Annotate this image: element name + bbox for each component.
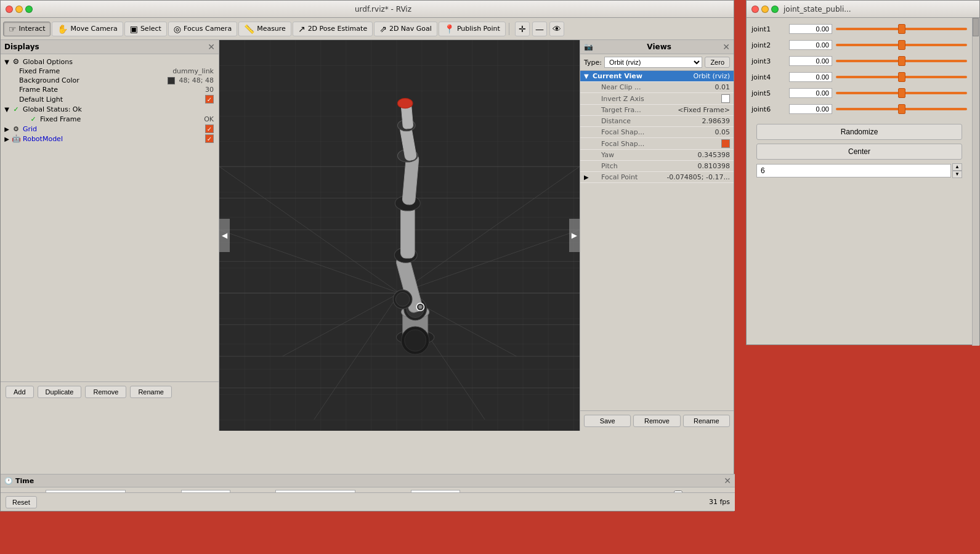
default-light-checkbox[interactable]: ✓ <box>205 95 214 104</box>
num-joints-spinner[interactable]: ▲ ▼ <box>952 163 962 178</box>
time-close-button[interactable]: ✕ <box>724 476 731 486</box>
crosshair-button[interactable]: ✛ <box>515 22 530 36</box>
remove-display-button[interactable]: Remove <box>85 386 126 398</box>
joint5-track <box>836 92 967 94</box>
robot-model-item[interactable]: ▶ 🤖 RobotModel ✓ <box>1 134 219 144</box>
joint6-slider[interactable] <box>836 103 967 115</box>
global-options-expand[interactable]: ▼ <box>3 58 10 65</box>
center-button[interactable]: Center <box>756 144 962 160</box>
interact-button[interactable]: ☞ Interact <box>3 22 51 36</box>
reset-button[interactable]: Reset <box>6 496 37 508</box>
joint5-thumb[interactable] <box>898 88 905 98</box>
displays-panel-header: Displays ✕ <box>1 40 219 54</box>
invert-z-checkbox[interactable] <box>721 94 730 103</box>
rename-display-button[interactable]: Rename <box>130 386 172 398</box>
focal-shape-size-row[interactable]: Focal Shap... 0.05 <box>580 127 734 138</box>
joint6-input[interactable] <box>789 104 832 114</box>
robot-model-checkbox[interactable]: ✓ <box>205 134 214 143</box>
joint-max-button[interactable] <box>771 6 779 13</box>
viewport-arrow-left[interactable]: ◀ <box>219 219 230 252</box>
joint3-input[interactable] <box>789 56 832 66</box>
joint3-thumb[interactable] <box>898 56 905 66</box>
background-color-item[interactable]: Background Color 48; 48; 48 <box>1 76 219 85</box>
default-light-item[interactable]: Default Light ✓ <box>1 94 219 104</box>
current-view-row[interactable]: ▼ Current View Orbit (rviz) <box>580 71 734 82</box>
yaw-row[interactable]: Yaw 0.345398 <box>580 150 734 161</box>
joint5-slider[interactable] <box>836 87 967 99</box>
joint4-thumb[interactable] <box>898 72 905 82</box>
displays-tree[interactable]: ▼ ⚙ Global Options Fixed Frame dummy_lin… <box>1 54 219 381</box>
measure-icon: 📏 <box>244 24 254 34</box>
joint1-input[interactable] <box>789 24 832 34</box>
joint2-slider[interactable] <box>836 39 967 51</box>
robot-model-expand[interactable]: ▶ <box>3 135 10 142</box>
gs-fixed-check-icon: ✓ <box>29 115 38 123</box>
global-status-item[interactable]: ▼ ✓ Global Status: Ok <box>1 104 219 114</box>
move-camera-button[interactable]: ✋ Move Camera <box>52 22 123 36</box>
publish-point-button[interactable]: 📍 Publish Point <box>439 22 506 36</box>
svg-rect-1 <box>219 40 580 431</box>
joint5-input[interactable] <box>789 88 832 98</box>
joint2-input[interactable] <box>789 40 832 50</box>
near-clip-row[interactable]: Near Clip ... 0.01 <box>580 82 734 93</box>
global-status-expand[interactable]: ▼ <box>3 105 10 113</box>
views-panel-header: 📷 Views ✕ <box>580 40 734 54</box>
joint-close-button[interactable] <box>751 6 759 13</box>
joint3-slider[interactable] <box>836 55 967 67</box>
focus-camera-button[interactable]: ◎ Focus Camera <box>168 22 237 36</box>
global-status-fixed-frame-item[interactable]: ✓ Fixed Frame OK <box>1 114 219 124</box>
focal-point-expand[interactable]: ▶ <box>584 174 593 181</box>
views-rename-button[interactable]: Rename <box>683 415 730 427</box>
joint1-thumb[interactable] <box>898 24 905 34</box>
focal-shape-fixed-checkbox[interactable] <box>721 139 730 148</box>
near-clip-label: Near Clip ... <box>593 83 715 91</box>
displays-close-button[interactable]: ✕ <box>208 42 215 52</box>
joint4-input[interactable] <box>789 72 832 82</box>
grid-item[interactable]: ▶ ⚙ Grid ✓ <box>1 124 219 134</box>
num-joints-input[interactable] <box>756 164 951 177</box>
pose-estimate-button[interactable]: ↗ 2D Pose Estimate <box>293 22 373 36</box>
viewport-arrow-right[interactable]: ▶ <box>569 219 580 252</box>
spin-up-button[interactable]: ▲ <box>952 163 962 171</box>
type-select[interactable]: Orbit (rviz) <box>604 57 702 68</box>
fixed-frame-item[interactable]: Fixed Frame dummy_link <box>1 67 219 76</box>
minimize-button[interactable] <box>15 6 23 13</box>
joint-scrollbar[interactable] <box>972 18 979 346</box>
views-remove-button[interactable]: Remove <box>633 415 680 427</box>
3d-viewport[interactable]: ◀ ▶ <box>219 40 580 431</box>
invert-z-row[interactable]: Invert Z Axis <box>580 93 734 105</box>
view-button[interactable]: — <box>532 22 547 36</box>
zero-button[interactable]: Zero <box>705 57 730 68</box>
measure-button[interactable]: 📏 Measure <box>238 22 291 36</box>
grid-expand[interactable]: ▶ <box>3 125 10 132</box>
joint5-row: joint5 <box>751 87 967 99</box>
target-frame-row[interactable]: Target Fra... <Fixed Frame> <box>580 105 734 116</box>
add-button[interactable]: Add <box>6 386 34 398</box>
grid-checkbox[interactable]: ✓ <box>205 124 214 133</box>
eye-button[interactable]: 👁 <box>549 22 564 36</box>
focal-shape-fixed-row[interactable]: Focal Shap... <box>580 138 734 150</box>
pitch-row[interactable]: Pitch 0.810398 <box>580 161 734 172</box>
joint-window-title: joint_state_publi... <box>784 5 851 14</box>
focal-point-row[interactable]: ▶ Focal Point -0.074805; -0.17... <box>580 172 734 183</box>
close-button[interactable] <box>6 6 13 13</box>
joint2-thumb[interactable] <box>898 40 905 50</box>
current-view-expand[interactable]: ▼ <box>584 73 593 79</box>
joint-min-button[interactable] <box>761 6 769 13</box>
randomize-button[interactable]: Randomize <box>756 124 962 140</box>
distance-row[interactable]: Distance 2.98639 <box>580 116 734 127</box>
select-button[interactable]: ▣ Select <box>124 22 167 36</box>
joint4-slider[interactable] <box>836 71 967 83</box>
rviz-window-title: urdf.rviz* - RViz <box>38 5 729 14</box>
joint6-thumb[interactable] <box>898 104 905 114</box>
duplicate-button[interactable]: Duplicate <box>38 386 82 398</box>
views-save-button[interactable]: Save <box>584 415 631 427</box>
frame-rate-item[interactable]: Frame Rate 30 <box>1 85 219 94</box>
spin-down-button[interactable]: ▼ <box>952 171 962 178</box>
joint-scrollbar-thumb[interactable] <box>973 18 979 36</box>
nav-goal-button[interactable]: ⇗ 2D Nav Goal <box>374 22 437 36</box>
maximize-button[interactable] <box>25 6 33 13</box>
global-options-item[interactable]: ▼ ⚙ Global Options <box>1 57 219 67</box>
joint1-slider[interactable] <box>836 23 967 35</box>
views-close-button[interactable]: ✕ <box>723 42 730 52</box>
